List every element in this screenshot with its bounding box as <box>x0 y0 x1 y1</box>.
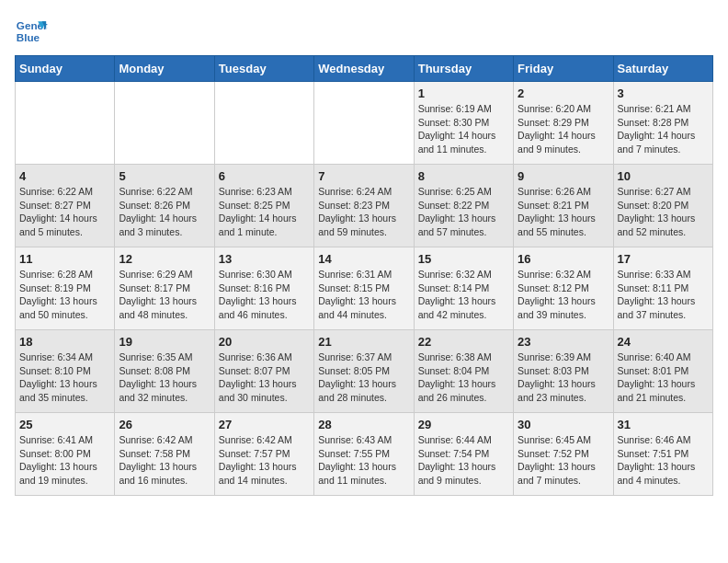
cell-content: Sunset: 8:30 PM <box>418 116 509 130</box>
cell-content: Sunset: 7:58 PM <box>119 447 210 461</box>
day-number: 4 <box>19 169 110 183</box>
header-monday: Monday <box>115 56 214 82</box>
header: General Blue <box>15 15 713 48</box>
cell-content: Sunrise: 6:21 AM <box>618 102 709 116</box>
cell-content: Sunrise: 6:24 AM <box>318 185 409 199</box>
cell-content: Daylight: 13 hours and 50 minutes. <box>19 294 110 321</box>
cell-content: Sunrise: 6:42 AM <box>219 433 310 447</box>
cell-content: Sunrise: 6:32 AM <box>518 268 609 282</box>
cell-content: Sunset: 8:15 PM <box>318 282 409 295</box>
day-number: 16 <box>518 252 609 266</box>
day-number: 9 <box>518 169 609 183</box>
cell-content: Daylight: 13 hours and 48 minutes. <box>119 294 210 321</box>
cell-content: Sunset: 8:25 PM <box>219 199 310 213</box>
cell-content: Sunrise: 6:20 AM <box>518 102 609 116</box>
cell-content: Daylight: 13 hours and 59 minutes. <box>318 212 409 238</box>
day-number: 22 <box>418 335 509 349</box>
cell-content: Sunrise: 6:29 AM <box>119 268 210 282</box>
svg-text:Blue: Blue <box>17 31 40 43</box>
calendar-cell: 26Sunrise: 6:42 AMSunset: 7:58 PMDayligh… <box>115 413 214 496</box>
cell-content: Sunset: 8:16 PM <box>219 282 310 295</box>
day-number: 31 <box>618 418 709 431</box>
calendar-cell: 30Sunrise: 6:45 AMSunset: 7:52 PMDayligh… <box>514 413 613 496</box>
cell-content: Daylight: 13 hours and 46 minutes. <box>219 294 310 321</box>
day-number: 7 <box>318 169 409 183</box>
cell-content: Sunset: 8:14 PM <box>418 282 509 295</box>
calendar-cell: 8Sunrise: 6:25 AMSunset: 8:22 PMDaylight… <box>414 165 513 247</box>
calendar-cell: 16Sunrise: 6:32 AMSunset: 8:12 PMDayligh… <box>514 247 613 330</box>
cell-content: Daylight: 13 hours and 52 minutes. <box>618 212 709 238</box>
day-number: 24 <box>618 335 709 349</box>
cell-content: Sunrise: 6:46 AM <box>618 433 709 447</box>
cell-content: Sunset: 8:17 PM <box>119 282 210 295</box>
calendar-cell: 19Sunrise: 6:35 AMSunset: 8:08 PMDayligh… <box>115 330 214 413</box>
cell-content: Sunset: 8:07 PM <box>219 364 310 378</box>
cell-content: Daylight: 13 hours and 39 minutes. <box>518 294 609 321</box>
cell-content: Sunset: 8:20 PM <box>618 199 709 213</box>
calendar-cell: 10Sunrise: 6:27 AMSunset: 8:20 PMDayligh… <box>613 165 712 247</box>
logo: General Blue <box>15 15 48 48</box>
header-sunday: Sunday <box>16 56 115 82</box>
cell-content: Sunset: 8:10 PM <box>19 364 110 378</box>
cell-content: Sunrise: 6:28 AM <box>19 268 110 282</box>
calendar-cell: 20Sunrise: 6:36 AMSunset: 8:07 PMDayligh… <box>214 330 313 413</box>
cell-content: Sunset: 8:21 PM <box>518 199 609 213</box>
cell-content: Daylight: 13 hours and 32 minutes. <box>119 377 210 404</box>
calendar-cell: 28Sunrise: 6:43 AMSunset: 7:55 PMDayligh… <box>314 413 414 496</box>
cell-content: Daylight: 13 hours and 35 minutes. <box>19 377 110 404</box>
cell-content: Sunrise: 6:40 AM <box>618 350 709 364</box>
day-number: 25 <box>19 418 110 431</box>
cell-content: Sunset: 8:26 PM <box>119 199 210 213</box>
cell-content: Sunrise: 6:23 AM <box>219 185 310 199</box>
calendar-cell: 27Sunrise: 6:42 AMSunset: 7:57 PMDayligh… <box>214 413 313 496</box>
cell-content: Daylight: 13 hours and 42 minutes. <box>418 294 509 321</box>
cell-content: Daylight: 14 hours and 9 minutes. <box>518 129 609 155</box>
calendar-cell: 6Sunrise: 6:23 AMSunset: 8:25 PMDaylight… <box>214 165 313 247</box>
cell-content: Sunset: 8:00 PM <box>19 447 110 461</box>
day-number: 23 <box>518 335 609 349</box>
day-number: 1 <box>418 86 509 100</box>
cell-content: Sunset: 8:04 PM <box>418 364 509 378</box>
calendar-cell: 11Sunrise: 6:28 AMSunset: 8:19 PMDayligh… <box>16 247 115 330</box>
calendar-week-row: 1Sunrise: 6:19 AMSunset: 8:30 PMDaylight… <box>16 82 713 165</box>
calendar-week-row: 25Sunrise: 6:41 AMSunset: 8:00 PMDayligh… <box>16 413 713 496</box>
day-number: 5 <box>119 169 210 183</box>
calendar-cell <box>115 82 214 165</box>
calendar-table: SundayMondayTuesdayWednesdayThursdayFrid… <box>15 55 713 496</box>
day-number: 17 <box>618 252 709 266</box>
day-number: 29 <box>418 418 509 431</box>
calendar-cell: 17Sunrise: 6:33 AMSunset: 8:11 PMDayligh… <box>613 247 712 330</box>
calendar-cell: 23Sunrise: 6:39 AMSunset: 8:03 PMDayligh… <box>514 330 613 413</box>
day-number: 13 <box>219 252 310 266</box>
cell-content: Daylight: 13 hours and 11 minutes. <box>318 460 409 487</box>
cell-content: Daylight: 13 hours and 55 minutes. <box>518 212 609 238</box>
cell-content: Sunrise: 6:30 AM <box>219 268 310 282</box>
logo-icon: General Blue <box>15 15 48 48</box>
cell-content: Daylight: 13 hours and 44 minutes. <box>318 294 409 321</box>
calendar-cell <box>214 82 313 165</box>
calendar-week-row: 11Sunrise: 6:28 AMSunset: 8:19 PMDayligh… <box>16 247 713 330</box>
cell-content: Sunrise: 6:19 AM <box>418 102 509 116</box>
cell-content: Daylight: 14 hours and 1 minute. <box>219 212 310 238</box>
calendar-cell: 2Sunrise: 6:20 AMSunset: 8:29 PMDaylight… <box>514 82 613 165</box>
cell-content: Sunrise: 6:45 AM <box>518 433 609 447</box>
cell-content: Sunset: 7:54 PM <box>418 447 509 461</box>
cell-content: Sunrise: 6:37 AM <box>318 350 409 364</box>
cell-content: Sunset: 8:01 PM <box>618 364 709 378</box>
cell-content: Sunrise: 6:41 AM <box>19 433 110 447</box>
cell-content: Daylight: 13 hours and 4 minutes. <box>618 460 709 487</box>
calendar-cell: 3Sunrise: 6:21 AMSunset: 8:28 PMDaylight… <box>613 82 712 165</box>
cell-content: Sunset: 8:12 PM <box>518 282 609 295</box>
header-friday: Friday <box>514 56 613 82</box>
cell-content: Daylight: 14 hours and 7 minutes. <box>618 129 709 155</box>
calendar-cell: 14Sunrise: 6:31 AMSunset: 8:15 PMDayligh… <box>314 247 414 330</box>
cell-content: Sunset: 7:51 PM <box>618 447 709 461</box>
cell-content: Sunrise: 6:36 AM <box>219 350 310 364</box>
day-number: 11 <box>19 252 110 266</box>
cell-content: Daylight: 14 hours and 11 minutes. <box>418 129 509 155</box>
calendar-cell: 4Sunrise: 6:22 AMSunset: 8:27 PMDaylight… <box>16 165 115 247</box>
cell-content: Sunrise: 6:22 AM <box>119 185 210 199</box>
cell-content: Sunrise: 6:26 AM <box>518 185 609 199</box>
calendar-cell: 12Sunrise: 6:29 AMSunset: 8:17 PMDayligh… <box>115 247 214 330</box>
cell-content: Sunrise: 6:33 AM <box>618 268 709 282</box>
